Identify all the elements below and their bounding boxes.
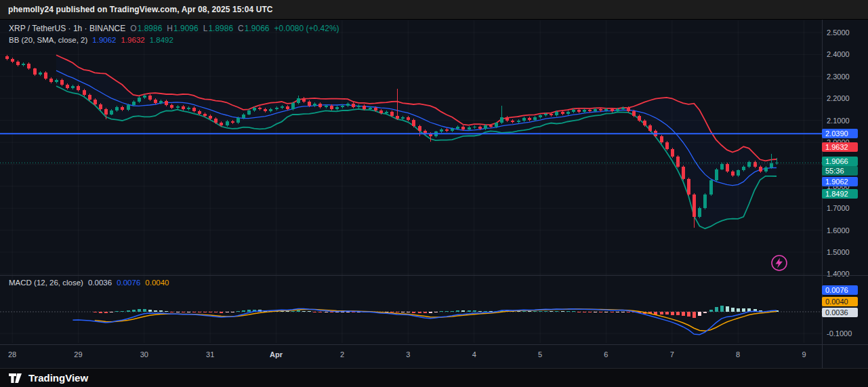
tradingview-logo-icon[interactable] (9, 373, 23, 384)
ohlc-open: O1.8986 (130, 24, 162, 33)
time-axis[interactable] (0, 344, 822, 367)
macd-signal-line (95, 309, 777, 331)
macd-indicator-title[interactable]: MACD (12, 26, close) (9, 279, 83, 287)
macd-legend-row[interactable]: MACD (12, 26, close) 0.0036 0.0076 0.004… (9, 279, 169, 287)
bb-upper-value: 1.9632 (121, 36, 145, 44)
ohlc-close: C1.9066 (238, 24, 269, 33)
bb-legend-row[interactable]: BB (20, SMA, close, 2) 1.9062 1.9632 1.8… (9, 36, 173, 44)
candles-layer (5, 55, 779, 228)
tradingview-snapshot: phemolly24 published on TradingView.com,… (0, 0, 868, 387)
macd-value-label: 0.0076 (822, 285, 858, 295)
bb-fill (56, 55, 777, 228)
macd-line-value: 0.0076 (117, 279, 140, 287)
boost-flash-icon[interactable] (770, 253, 789, 272)
price-value-label: 1.9066 (822, 157, 858, 166)
change-value: +0.0080 (+0.42%) (274, 24, 339, 33)
publish-info-text: phemolly24 published on TradingView.com,… (8, 5, 273, 14)
ohlc-low: L1.8986 (203, 24, 233, 33)
price-value-label: 1.9632 (822, 142, 858, 152)
symbol-legend-row[interactable]: XRP / TetherUS · 1h · BINANCE O1.8986 H1… (9, 24, 339, 33)
ohlc-high: H1.9096 (167, 24, 198, 33)
macd-hist-value: 0.0036 (88, 279, 112, 287)
price-value-label: 2.0390 (822, 129, 858, 138)
macd-value-label: 0.0040 (822, 297, 858, 306)
macd-value-label: 0.0036 (822, 308, 858, 317)
macd-signal-value: 0.0040 (145, 279, 169, 287)
symbol-title[interactable]: XRP / TetherUS · 1h · BINANCE (9, 24, 125, 33)
publish-topbar: phemolly24 published on TradingView.com,… (0, 0, 868, 20)
tradingview-wordmark[interactable]: TradingView (28, 372, 88, 384)
main-chart-canvas[interactable]: 2.50002.40002.30002.20002.10002.00001.90… (0, 0, 868, 387)
price-value-label: 1.9062 (822, 177, 858, 186)
bar-countdown-label: 55:36 (822, 166, 858, 176)
bb-basis-value: 1.9062 (92, 36, 116, 44)
lightning-icon (770, 253, 789, 272)
price-value-label: 1.8492 (822, 189, 858, 199)
tradingview-footer: TradingView (0, 368, 868, 387)
bb-indicator-title[interactable]: BB (20, SMA, close, 2) (9, 36, 87, 44)
bb-lower-value: 1.8492 (150, 36, 173, 44)
